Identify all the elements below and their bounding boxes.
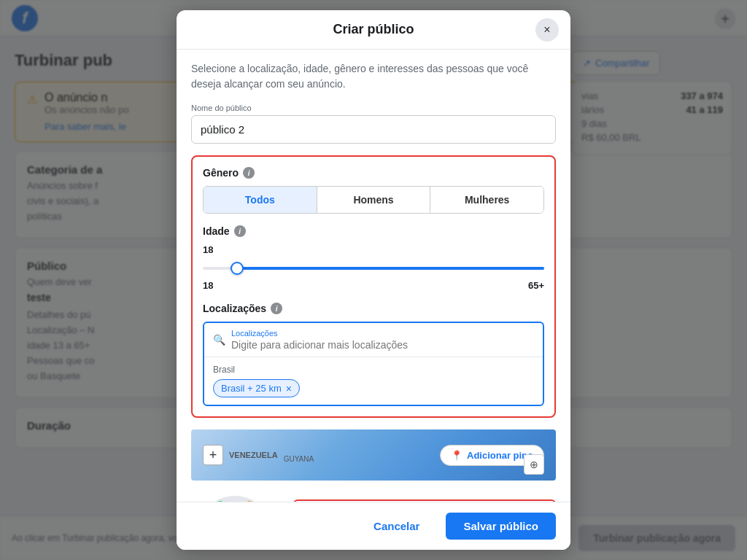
locations-section: Localizações i 🔍 Localizações Brasi [203, 303, 544, 406]
age-slider[interactable] [203, 261, 544, 276]
map-zoom-button[interactable]: ⊕ [524, 454, 544, 475]
age-max-value: 65+ [528, 280, 544, 291]
cancel-button[interactable]: Cancelar [356, 513, 437, 540]
modal-title: Criar público [333, 22, 414, 36]
locations-search-icon: 🔍 [213, 334, 225, 346]
locations-input-wrapper: 🔍 Localizações Brasil Brasil + 25 km × [203, 322, 544, 406]
criar-publico-modal: Criar público × Selecione a localização,… [177, 10, 570, 550]
map-plus-button[interactable]: + [203, 445, 223, 465]
slider-thumb[interactable] [231, 262, 244, 275]
tag-text: Brasil + 25 km [221, 383, 282, 394]
tag-remove-button[interactable]: × [286, 384, 292, 394]
guyana-label: GUYANA [284, 455, 314, 463]
pin-icon: 📍 [451, 450, 462, 461]
locations-search-input[interactable] [231, 339, 534, 351]
locations-search-area: 🔍 Localizações [204, 323, 543, 357]
name-field-label: Nome do público [191, 104, 556, 112]
map-area: + VENEZUELA GUYANA 📍 Adicionar pino ⊕ [191, 429, 556, 481]
gauge-reach-section: Específico Amplo Alcance potencial: 140.… [191, 492, 556, 502]
age-min-label: 18 [203, 244, 544, 255]
gender-section-label: Gênero i [203, 167, 544, 179]
locations-tags-area: Brasil Brasil + 25 km × [204, 357, 543, 405]
save-public-button[interactable]: Salvar público [446, 513, 556, 540]
country-label: Brasil [213, 365, 534, 375]
locations-info-icon: i [271, 303, 282, 314]
modal-header: Criar público × [177, 10, 570, 50]
gender-info-icon: i [243, 167, 255, 179]
gauge-chart [195, 492, 275, 502]
name-input[interactable] [191, 115, 556, 144]
modal-close-button[interactable]: × [535, 18, 559, 42]
locations-section-label: Localizações i [203, 303, 544, 314]
gauge-wrapper: Específico Amplo [191, 492, 279, 502]
age-labels: 18 65+ [203, 280, 544, 291]
venezuela-label: VENEZUELA [229, 451, 278, 459]
slider-fill [237, 267, 544, 270]
locations-input-label: Localizações [231, 329, 534, 338]
brasil-tag: Brasil + 25 km × [213, 379, 300, 397]
modal-overlay: Criar público × Selecione a localização,… [0, 0, 747, 560]
modal-body: Selecione a localização, idade, gênero e… [177, 50, 570, 502]
gender-age-locations-section: Gênero i Todos Homens Mulheres Idade i 1… [191, 155, 556, 418]
age-min-value: 18 [203, 280, 213, 291]
gender-homens-button[interactable]: Homens [317, 187, 431, 213]
gender-todos-button[interactable]: Todos [204, 187, 317, 213]
age-section: Idade i 18 18 65+ [203, 225, 544, 291]
gender-button-group: Todos Homens Mulheres [203, 186, 544, 214]
modal-subtitle: Selecione a localização, idade, gênero e… [191, 61, 556, 92]
modal-footer: Cancelar Salvar público [177, 502, 570, 550]
gender-mulheres-button[interactable]: Mulheres [430, 187, 543, 213]
age-section-label: Idade i [203, 225, 544, 237]
age-info-icon: i [234, 225, 246, 237]
